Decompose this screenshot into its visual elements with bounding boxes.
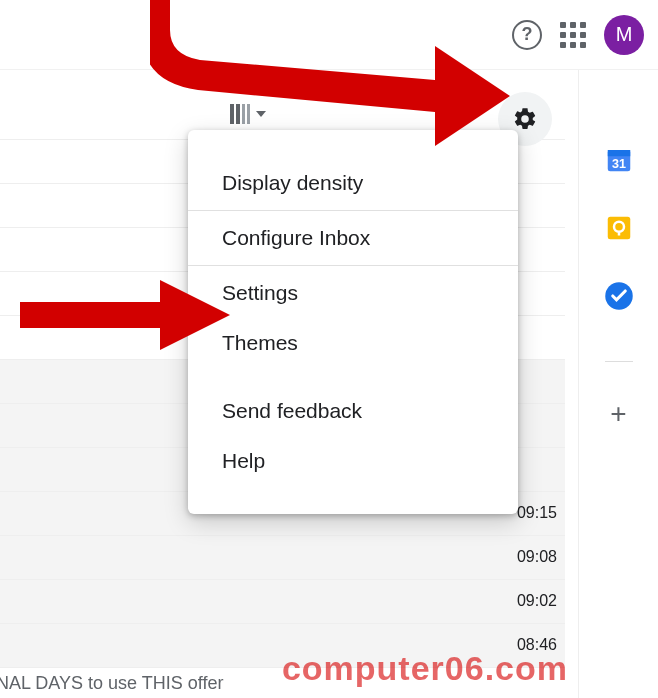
apps-grid-icon[interactable]	[560, 22, 586, 48]
menu-item-settings[interactable]: Settings	[188, 268, 518, 318]
calendar-icon[interactable]: 31	[604, 145, 634, 175]
email-time: 09:15	[517, 504, 557, 522]
menu-item-display-density[interactable]: Display density	[188, 158, 518, 208]
annotation-arrow-to-settings	[20, 280, 230, 354]
list-row[interactable]: 09:08	[0, 536, 565, 580]
svg-marker-8	[160, 280, 230, 350]
svg-rect-5	[617, 232, 620, 236]
keep-icon[interactable]	[604, 213, 634, 243]
settings-dropdown: Display density Configure Inbox Settings…	[188, 130, 518, 514]
svg-text:31: 31	[612, 157, 626, 171]
svg-rect-7	[20, 302, 165, 328]
tasks-icon[interactable]	[604, 281, 634, 311]
add-addon-icon[interactable]: +	[610, 400, 626, 428]
menu-item-help[interactable]: Help	[188, 436, 518, 486]
svg-rect-3	[607, 217, 630, 240]
menu-item-themes[interactable]: Themes	[188, 318, 518, 368]
email-time: 09:02	[517, 592, 557, 610]
svg-rect-1	[607, 150, 630, 156]
side-panel-divider	[605, 361, 633, 362]
list-row[interactable]: 09:02	[0, 580, 565, 624]
avatar[interactable]: M	[604, 15, 644, 55]
annotation-arrow-to-gear	[150, 0, 520, 154]
email-snippet: NAL DAYS to use THIS offer	[0, 673, 223, 694]
email-time: 09:08	[517, 548, 557, 566]
menu-divider	[188, 265, 518, 266]
watermark: computer06.com	[282, 649, 568, 688]
menu-item-send-feedback[interactable]: Send feedback	[188, 386, 518, 436]
menu-divider	[188, 210, 518, 211]
side-panel: 31 +	[578, 70, 658, 698]
menu-item-configure-inbox[interactable]: Configure Inbox	[188, 213, 518, 263]
